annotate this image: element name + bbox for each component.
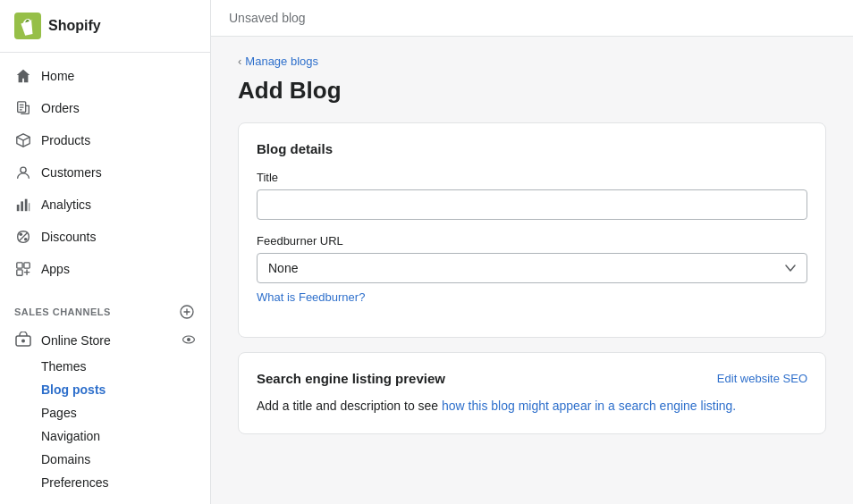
online-store-label: Online Store xyxy=(41,333,111,348)
discounts-icon xyxy=(14,228,32,246)
feedburner-label: Feedburner URL xyxy=(257,234,807,248)
blog-details-card: Blog details Title Feedburner URL None W… xyxy=(238,122,826,338)
seo-card-title: Search engine listing preview xyxy=(257,371,445,386)
online-store-item[interactable]: Online Store xyxy=(0,326,210,355)
analytics-icon xyxy=(14,196,32,214)
online-store-left: Online Store xyxy=(14,332,111,349)
top-bar-title: Unsaved blog xyxy=(229,11,306,25)
breadcrumb: ‹ Manage blogs xyxy=(238,55,826,68)
sidebar-header: Shopify xyxy=(0,0,210,53)
title-label: Title xyxy=(257,171,807,184)
subnav-navigation[interactable]: Navigation xyxy=(41,424,210,448)
breadcrumb-chevron-icon: ‹ xyxy=(238,55,241,68)
sidebar-item-analytics[interactable]: Analytics xyxy=(0,189,210,221)
sidebar-item-home[interactable]: Home xyxy=(0,60,210,92)
feedburner-form-group: Feedburner URL None What is Feedburner? xyxy=(257,234,807,305)
svg-rect-11 xyxy=(17,270,22,275)
products-icon xyxy=(14,131,32,149)
svg-rect-9 xyxy=(17,263,22,268)
sidebar-item-orders[interactable]: Orders xyxy=(0,92,210,124)
sidebar-item-analytics-label: Analytics xyxy=(41,197,91,212)
add-sales-channel-button[interactable] xyxy=(178,303,196,321)
main-content: Unsaved blog ‹ Manage blogs Add Blog Blo… xyxy=(211,0,853,504)
sales-channels-section: SALES CHANNELS xyxy=(0,292,210,326)
orders-icon xyxy=(14,99,32,117)
sidebar-item-apps-label: Apps xyxy=(41,262,70,276)
seo-card-header: Search engine listing preview Edit websi… xyxy=(257,371,807,386)
blog-details-card-title: Blog details xyxy=(257,141,807,156)
svg-rect-10 xyxy=(24,263,30,268)
sidebar-item-products[interactable]: Products xyxy=(0,124,210,156)
visibility-icon xyxy=(182,332,196,349)
feedburner-select[interactable]: None xyxy=(257,253,807,283)
sales-channels-label: SALES CHANNELS xyxy=(14,307,111,317)
main-nav: Home Orders Products Customers Analytics xyxy=(0,53,210,292)
top-bar: Unsaved blog xyxy=(211,0,853,37)
apps-icon xyxy=(14,260,32,278)
customers-icon xyxy=(14,164,32,181)
online-store-icon xyxy=(14,332,32,349)
sidebar-item-apps[interactable]: Apps xyxy=(0,253,210,285)
manage-blogs-link[interactable]: Manage blogs xyxy=(245,55,318,68)
online-store-subnav: Themes Blog posts Pages Navigation Domai… xyxy=(0,355,210,494)
shopify-brand-name: Shopify xyxy=(48,18,101,34)
title-input[interactable] xyxy=(257,189,807,220)
sidebar-item-discounts[interactable]: Discounts xyxy=(0,221,210,253)
sidebar-item-home-label: Home xyxy=(41,69,74,83)
svg-rect-6 xyxy=(29,203,30,211)
sidebar: Shopify Home Orders Products Customers xyxy=(0,0,211,504)
subnav-themes[interactable]: Themes xyxy=(41,355,210,378)
feedburner-what-is-link[interactable]: What is Feedburner? xyxy=(257,290,365,304)
sidebar-item-customers-label: Customers xyxy=(41,165,102,180)
seo-card: Search engine listing preview Edit websi… xyxy=(238,352,826,434)
svg-point-7 xyxy=(20,233,23,237)
home-icon xyxy=(14,67,32,85)
seo-description-highlight: how this blog might appear in a search e… xyxy=(442,399,736,413)
svg-point-16 xyxy=(187,338,190,341)
title-form-group: Title xyxy=(257,171,807,220)
seo-description: Add a title and description to see how t… xyxy=(257,397,807,416)
svg-point-2 xyxy=(21,167,26,172)
sidebar-item-customers[interactable]: Customers xyxy=(0,156,210,189)
svg-rect-5 xyxy=(25,199,28,212)
subnav-pages[interactable]: Pages xyxy=(41,401,210,424)
edit-website-seo-link[interactable]: Edit website SEO xyxy=(717,372,807,385)
svg-rect-3 xyxy=(17,205,20,211)
sidebar-item-products-label: Products xyxy=(41,133,90,147)
svg-point-14 xyxy=(21,340,25,343)
sidebar-item-discounts-label: Discounts xyxy=(41,230,96,244)
subnav-domains[interactable]: Domains xyxy=(41,448,210,471)
shopify-logo-icon xyxy=(14,13,41,39)
subnav-preferences[interactable]: Preferences xyxy=(41,471,210,494)
svg-rect-4 xyxy=(21,201,23,211)
page-title: Add Blog xyxy=(238,77,826,105)
svg-point-8 xyxy=(24,238,28,241)
subnav-blog-posts[interactable]: Blog posts xyxy=(41,378,210,401)
sidebar-item-orders-label: Orders xyxy=(41,101,80,115)
content-area: ‹ Manage blogs Add Blog Blog details Tit… xyxy=(211,37,853,504)
